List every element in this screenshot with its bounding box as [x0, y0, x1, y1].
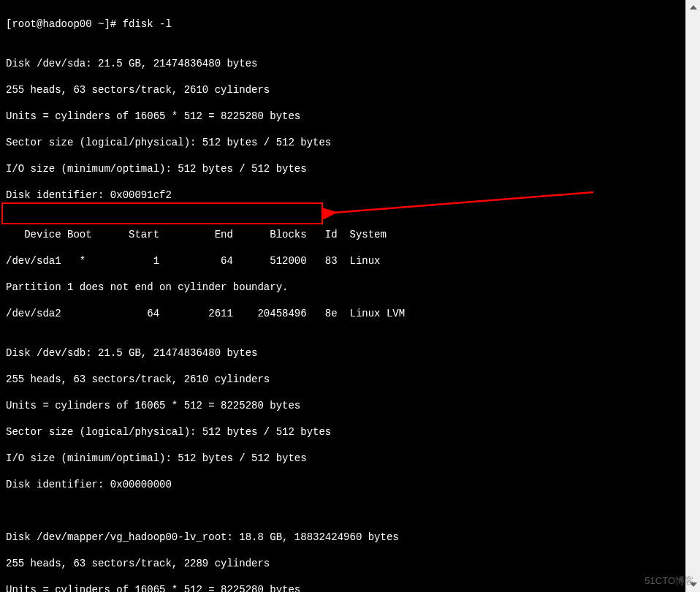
output-line: Sector size (logical/physical): 512 byte…	[6, 136, 680, 149]
output-line: Disk /dev/sda: 21.5 GB, 21474836480 byte…	[6, 57, 680, 70]
output-line: Units = cylinders of 16065 * 512 = 82252…	[6, 110, 680, 123]
output-line: Disk /dev/mapper/vg_hadoop00-lv_root: 18…	[6, 531, 680, 544]
output-line: I/O size (minimum/optimal): 512 bytes / …	[6, 162, 680, 175]
command-text: fdisk -l	[123, 18, 172, 30]
output-line: Disk identifier: 0x00091cf2	[6, 189, 680, 202]
output-line: 255 heads, 63 sectors/track, 2610 cylind…	[6, 373, 680, 386]
output-line: Units = cylinders of 16065 * 512 = 82252…	[6, 399, 680, 412]
scroll-track[interactable]	[686, 15, 700, 577]
annotation-highlight-box	[1, 202, 323, 224]
shell-prompt: [root@hadoop00 ~]#	[6, 18, 123, 30]
partition-row: /dev/sda2 64 2611 20458496 8e Linux LVM	[6, 307, 680, 320]
output-line: Units = cylinders of 16065 * 512 = 82252…	[6, 583, 680, 592]
partition-row: /dev/sda1 * 1 64 512000 83 Linux	[6, 254, 680, 267]
output-line: Sector size (logical/physical): 512 byte…	[6, 425, 680, 439]
scroll-up-button[interactable]	[686, 0, 700, 15]
partition-table-header: Device Boot Start End Blocks Id System	[6, 228, 680, 241]
prompt-line: [root@hadoop00 ~]# fdisk -l	[6, 18, 680, 31]
output-line: I/O size (minimum/optimal): 512 bytes / …	[6, 452, 680, 465]
vertical-scrollbar[interactable]	[685, 0, 700, 592]
watermark-text: 51CTO博客	[644, 574, 694, 588]
output-line: 255 heads, 63 sectors/track, 2289 cylind…	[6, 557, 680, 570]
output-line-highlighted: Disk /dev/sdb: 21.5 GB, 21474836480 byte…	[6, 346, 680, 360]
output-line: Disk identifier: 0x00000000	[6, 478, 680, 491]
partition-warning: Partition 1 does not end on cylinder bou…	[6, 281, 680, 294]
output-line: 255 heads, 63 sectors/track, 2610 cylind…	[6, 83, 680, 96]
terminal-window[interactable]: [root@hadoop00 ~]# fdisk -l Disk /dev/sd…	[0, 0, 685, 592]
